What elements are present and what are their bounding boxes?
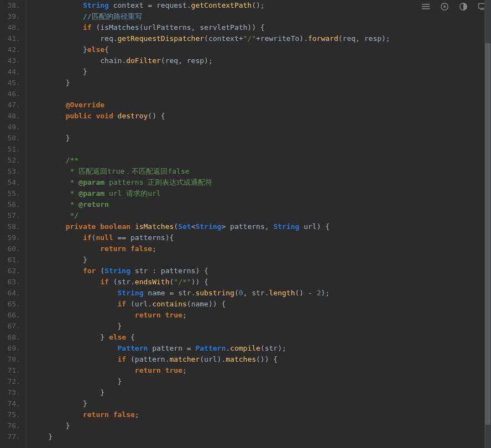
line-number[interactable]: 45. [0,77,20,88]
code-line[interactable]: if(null == patterns){ [31,232,491,243]
code-line[interactable]: public void destroy() { [31,111,491,122]
code-line[interactable]: if (isMatches(urlPatterns, servletPath))… [31,22,491,33]
code-line[interactable]: Pattern pattern = Pattern.compile(str); [31,343,491,354]
code-line[interactable]: */ [31,210,491,221]
line-number[interactable]: 70. [0,354,20,365]
run-icon[interactable] [440,2,449,11]
line-number[interactable]: 46. [0,88,20,100]
line-number[interactable]: 43. [0,55,20,66]
line-number[interactable]: 66. [0,310,20,321]
line-number[interactable]: 53. [0,166,20,177]
line-number[interactable]: 57. [0,210,20,221]
token-sp [31,189,66,197]
code-area[interactable]: String context = request.getContextPath(… [27,0,491,448]
line-number[interactable]: 77. [0,431,20,442]
token-p: > [221,222,230,231]
code-line[interactable]: } [31,321,491,332]
line-number[interactable]: 59. [0,232,20,243]
line-number[interactable]: 40. [0,22,20,33]
line-number[interactable]: 71. [0,365,20,376]
code-line[interactable]: if (str.endsWith("/*")) { [31,277,491,288]
line-number[interactable]: 73. [0,387,20,398]
code-line[interactable]: } [31,376,491,387]
code-line[interactable]: chain.doFilter(req, resp); [31,55,491,66]
line-number[interactable]: 60. [0,243,20,254]
token-p: ); [204,56,213,65]
code-line[interactable]: } [31,77,491,88]
code-line[interactable]: * @param url 请求的url [31,188,491,199]
code-line[interactable]: } [31,398,491,409]
code-line[interactable]: req.getRequestDispatcher(context+"/"+rew… [31,33,491,44]
code-line[interactable]: //匹配的路径重写 [31,11,491,22]
token-id: str [252,289,264,297]
line-number[interactable]: 69. [0,343,20,354]
code-line[interactable] [31,88,491,100]
list-icon[interactable] [421,2,430,11]
line-number[interactable]: 67. [0,321,20,332]
code-line[interactable] [31,144,491,155]
line-number[interactable]: 49. [0,122,20,133]
line-number[interactable]: 62. [0,265,20,277]
code-line[interactable]: @Override [31,100,491,111]
token-sp [31,167,66,175]
token-kw: private [66,222,96,231]
code-line[interactable]: * @return [31,199,491,210]
code-line[interactable]: String name = str.substring(0, str.lengt… [31,288,491,299]
line-number[interactable]: 58. [0,221,20,232]
code-line[interactable]: } [31,387,491,398]
line-number[interactable]: 54. [0,177,20,188]
code-line[interactable]: return false; [31,243,491,254]
code-line[interactable]: if (url.contains(name)) { [31,299,491,310]
token-op: + [256,34,260,43]
code-line[interactable]: * @param patterns 正则表达式或通配符 [31,177,491,188]
line-number[interactable]: 72. [0,376,20,387]
code-line[interactable]: * 匹配返回true，不匹配返回false [31,166,491,177]
line-number[interactable]: 50. [0,133,20,144]
line-number[interactable]: 42. [0,44,20,55]
code-line[interactable]: return true; [31,365,491,376]
code-line[interactable]: } [31,420,491,431]
token-id: name [148,289,165,297]
code-line[interactable]: return false; [31,409,491,420]
line-number[interactable]: 56. [0,199,20,210]
line-number[interactable]: 65. [0,299,20,310]
line-number[interactable]: 55. [0,188,20,199]
code-line[interactable]: } [31,133,491,144]
line-number[interactable]: 38. [0,0,20,11]
line-number[interactable]: 51. [0,144,20,155]
code-line[interactable]: /** [31,155,491,166]
line-number[interactable]: 63. [0,277,20,288]
code-line[interactable]: for (String str : patterns) { [31,265,491,277]
code-line[interactable]: }else{ [31,44,491,55]
line-number[interactable]: 52. [0,155,20,166]
code-line[interactable]: } [31,431,491,442]
code-line[interactable]: private boolean isMatches(Set<String> pa… [31,221,491,232]
token-cmt-tag: @param [79,178,105,186]
code-line[interactable]: } [31,254,491,265]
code-line[interactable]: } else { [31,332,491,343]
line-number[interactable]: 44. [0,66,20,77]
scrollbar-thumb[interactable] [485,43,490,425]
line-number[interactable]: 48. [0,111,20,122]
token-kw: if [83,23,92,32]
line-number[interactable]: 74. [0,398,20,409]
line-number[interactable]: 64. [0,288,20,299]
line-number[interactable]: 76. [0,420,20,431]
token-p: } [66,421,70,430]
vertical-scrollbar[interactable] [484,0,491,448]
code-line[interactable]: } [31,66,491,77]
line-number[interactable]: 47. [0,100,20,111]
line-number[interactable]: 61. [0,254,20,265]
line-number[interactable]: 68. [0,332,20,343]
gutter[interactable]: 38.39.40.41.42.43.44.45.46.47.48.49.50.5… [0,0,27,448]
code-line[interactable]: return true; [31,310,491,321]
line-number[interactable]: 39. [0,11,20,22]
code-line[interactable] [31,122,491,133]
line-number[interactable]: 75. [0,409,20,420]
code-line[interactable]: if (pattern.matcher(url).matches()) { [31,354,491,365]
line-number[interactable]: 41. [0,33,20,44]
token-id: str [135,267,148,275]
contrast-icon[interactable] [459,2,468,11]
code-editor[interactable]: 38.39.40.41.42.43.44.45.46.47.48.49.50.5… [0,0,491,448]
token-cmt-doc: * [66,167,79,175]
